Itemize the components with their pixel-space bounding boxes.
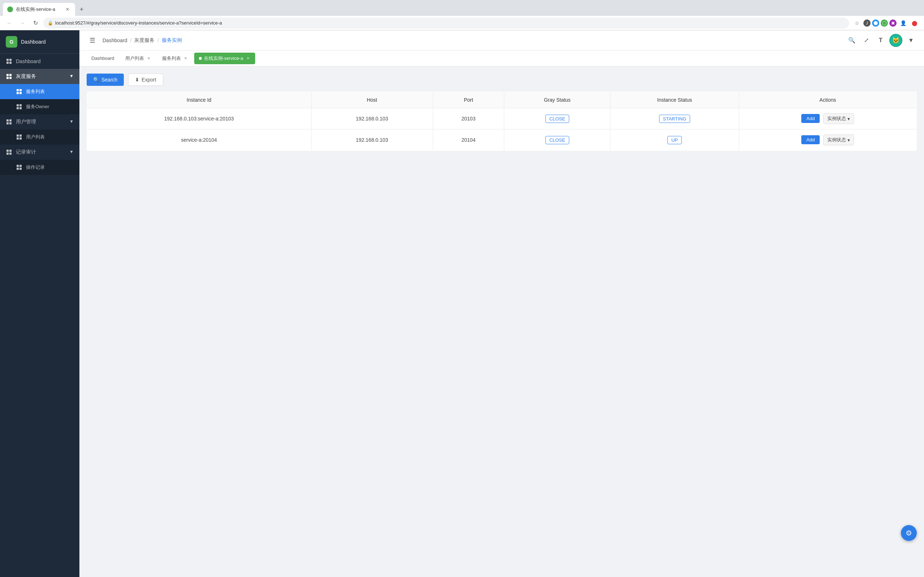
col-gray-status: Gray Status: [504, 92, 611, 108]
operation-log-icon: [16, 164, 23, 171]
tab-close-btn[interactable]: ✕: [64, 6, 71, 13]
user-avatar[interactable]: 🐱: [889, 34, 902, 47]
ext-icon-2[interactable]: ⬤: [872, 19, 879, 27]
instance-status-starting-1[interactable]: STARTING: [659, 115, 690, 123]
table-row: service-a:20104 192.168.0.103 20104 CLOS…: [87, 129, 917, 151]
svg-rect-6: [6, 77, 9, 79]
menu-toggle-btn[interactable]: ☰: [87, 35, 98, 46]
breadcrumb-gray-service[interactable]: 灰度服务: [134, 37, 155, 44]
add-btn-2[interactable]: Add: [801, 135, 820, 144]
svg-rect-4: [6, 74, 9, 76]
ext-icon-3[interactable]: ◯: [881, 19, 888, 27]
dropdown-btn-2[interactable]: 实例状态 ▾: [823, 134, 854, 145]
fab-icon: ⚙: [906, 529, 912, 537]
svg-rect-31: [19, 168, 22, 170]
extension-icon[interactable]: ⬤: [909, 18, 920, 28]
sidebar-label-service-list: 服务列表: [26, 89, 45, 95]
search-header-btn[interactable]: 🔍: [846, 35, 858, 46]
sidebar-item-user-list[interactable]: 用户列表: [0, 129, 79, 145]
svg-rect-11: [19, 92, 22, 94]
tab-title: 在线实例-service-a: [16, 6, 55, 13]
gray-service-icon: [6, 73, 12, 80]
cell-port-2: 20104: [433, 129, 504, 151]
svg-rect-19: [10, 122, 11, 124]
svg-rect-5: [10, 74, 11, 76]
dropdown-arrow-2: ▾: [848, 137, 850, 143]
font-size-btn[interactable]: T: [875, 35, 887, 46]
dropdown-btn-1[interactable]: 实例状态 ▾: [823, 113, 854, 124]
add-btn-1[interactable]: Add: [801, 114, 820, 123]
browser-tab[interactable]: 在线实例-service-a ✕: [3, 3, 75, 16]
profile-icon[interactable]: 👤: [898, 18, 908, 28]
app-tab-service-list[interactable]: 服务列表 ✕: [157, 53, 193, 64]
sidebar-label-operation-log: 操作记录: [26, 164, 45, 171]
svg-rect-2: [6, 62, 9, 64]
instance-status-up-2[interactable]: UP: [667, 136, 682, 144]
sidebar-item-gray-service[interactable]: 灰度服务 ▲: [0, 69, 79, 84]
gray-status-close-1[interactable]: CLOSE: [545, 115, 569, 123]
fab-settings[interactable]: ⚙: [901, 525, 917, 541]
ext-icon-1[interactable]: J: [863, 19, 871, 27]
app-tab-service-list-close[interactable]: ✕: [183, 56, 188, 61]
svg-rect-22: [16, 137, 19, 140]
logo-icon: G: [6, 36, 17, 48]
breadcrumb-dashboard[interactable]: Dashboard: [102, 37, 128, 43]
cell-gray-status-1: CLOSE: [504, 108, 611, 129]
dropdown-label-2: 实例状态: [827, 137, 846, 143]
app-tab-dashboard-label: Dashboard: [91, 56, 115, 61]
sidebar-item-user-mgmt[interactable]: 用户管理 ▲: [0, 114, 79, 129]
sidebar-item-dashboard[interactable]: Dashboard: [0, 54, 79, 69]
svg-rect-9: [19, 89, 22, 91]
gray-status-close-2[interactable]: CLOSE: [545, 136, 569, 144]
app-tab-user-list-close[interactable]: ✕: [146, 56, 151, 61]
forward-button[interactable]: →: [17, 18, 27, 28]
settings-dropdown-btn[interactable]: ▼: [905, 35, 917, 46]
breadcrumb-sep-1: /: [130, 37, 132, 43]
cell-host-2: 192.168.0.103: [311, 129, 433, 151]
app-tab-online-instance[interactable]: 在线实例-service-a ✕: [194, 53, 255, 64]
svg-rect-0: [6, 59, 9, 61]
service-list-icon: [16, 89, 23, 95]
col-instance-status: Instance Status: [611, 92, 739, 108]
sidebar-label-service-owner: 服务Owner: [26, 103, 49, 110]
sidebar-logo: G Dashboard: [0, 30, 79, 54]
ext-icon-4[interactable]: ▣: [889, 19, 897, 27]
search-button[interactable]: 🔍 Search: [87, 74, 124, 86]
sidebar-item-service-owner[interactable]: 服务Owner: [0, 99, 79, 114]
search-icon: 🔍: [93, 77, 99, 82]
service-owner-icon: [16, 103, 23, 110]
col-instance-id: Instance Id: [87, 92, 312, 108]
svg-rect-13: [19, 104, 22, 106]
reload-button[interactable]: ↻: [30, 18, 40, 28]
cell-gray-status-2: CLOSE: [504, 129, 611, 151]
lock-icon: 🔒: [48, 21, 53, 26]
svg-rect-15: [19, 107, 22, 109]
bookmark-icon[interactable]: ☆: [852, 18, 862, 28]
search-button-label: Search: [102, 77, 117, 82]
table-row: 192.168.0.103:service-a:20103 192.168.0.…: [87, 108, 917, 129]
app-tab-dashboard[interactable]: Dashboard: [87, 53, 119, 63]
sidebar: G Dashboard Dashboard 灰度服务 ▲ 服务列表: [0, 30, 79, 577]
cell-actions-1: Add 实例状态 ▾: [739, 108, 916, 129]
sidebar-item-service-list[interactable]: 服务列表: [0, 84, 79, 99]
app-tab-user-list[interactable]: 用户列表 ✕: [121, 53, 156, 64]
breadcrumb: Dashboard / 灰度服务 / 服务实例: [102, 37, 842, 44]
svg-rect-20: [16, 134, 19, 137]
svg-rect-18: [6, 122, 9, 124]
sidebar-item-operation-log[interactable]: 操作记录: [0, 160, 79, 175]
back-button[interactable]: ←: [4, 18, 15, 28]
top-header: ☰ Dashboard / 灰度服务 / 服务实例 🔍 ⤢ T 🐱 ▼: [79, 30, 924, 50]
svg-rect-23: [19, 137, 22, 140]
url-bar[interactable]: 🔒 localhost:9527/#/gray/service/discover…: [43, 18, 849, 29]
sidebar-item-audit[interactable]: 记录审计 ▲: [0, 145, 79, 160]
fullscreen-btn[interactable]: ⤢: [861, 35, 872, 46]
tab-dot: [199, 57, 202, 60]
cell-instance-status-1: STARTING: [611, 108, 739, 129]
export-button-label: Export: [142, 77, 156, 82]
cell-host-1: 192.168.0.103: [311, 108, 433, 129]
new-tab-button[interactable]: +: [76, 4, 87, 15]
app-tab-online-instance-close[interactable]: ✕: [246, 56, 250, 61]
cell-instance-id-1: 192.168.0.103:service-a:20103: [87, 108, 312, 129]
export-button[interactable]: ⬇ Export: [128, 74, 163, 86]
app-tab-service-list-label: 服务列表: [162, 55, 181, 62]
